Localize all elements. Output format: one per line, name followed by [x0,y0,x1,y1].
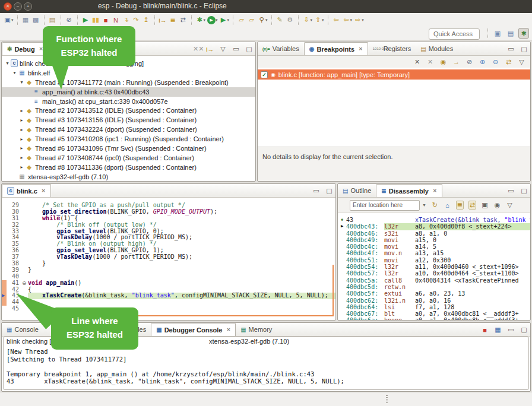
expander-icon[interactable]: ▸ [18,118,25,123]
tab-disassembly[interactable]: ≣Disassembly✕ [376,184,442,197]
use-step-filters-icon[interactable]: ≣ [168,15,178,25]
skip-all-icon[interactable]: ⊘ [466,58,473,66]
expander-icon[interactable]: ▾ [18,80,25,85]
expander-icon[interactable]: ▸ [18,127,25,132]
instruction-stepping-icon[interactable]: i→ [158,15,168,25]
home-icon[interactable]: ⌂ [444,202,451,209]
tab-debugger-console[interactable]: ▦Debugger Console✕ [151,323,236,336]
view-menu-icon[interactable]: ▽ [219,45,227,53]
window-maximize-button[interactable]: + [24,2,32,11]
expand-all-icon[interactable]: ⊕ [479,58,486,66]
sync-active-context-icon[interactable]: ⇄ [468,201,476,210]
view-menu-icon[interactable]: ▽ [518,58,525,66]
terminate-icon[interactable]: ■ [101,15,111,25]
step-over-icon[interactable]: ↷ [131,15,141,25]
breakpoint-row[interactable]: ✓◉blink.c [function: app_main] [type: Te… [258,69,530,80]
forward-menu-icon[interactable]: ▾ [362,18,364,23]
tab-outline[interactable]: ▤Outline [338,184,376,197]
quick-access-input[interactable]: Quick Access [429,28,480,40]
open-new-view-icon[interactable]: ▣ [481,201,489,209]
goto-file-icon[interactable]: → [452,58,460,65]
location-dropdown-icon[interactable]: ▼ [422,203,426,207]
suspend-icon[interactable]: ▮▮ [91,15,101,25]
debug-tree-row[interactable]: ≡main_task() at cpu_start.c:339 0x400d05… [2,97,255,106]
step-return-icon[interactable]: ↥ [141,15,151,25]
sash-grip[interactable] [386,395,388,403]
debug-tree-row[interactable]: ▸◆Thread #7 1073408744 (ipc0) (Suspended… [2,153,255,163]
minimize-icon[interactable]: ▭ [507,326,515,334]
tab-breakpoints[interactable]: ◉Breakpoints✕ [304,42,368,55]
show-breakpoints-for-icon[interactable]: ◉ [439,58,447,66]
maximize-icon[interactable]: ▢ [245,45,253,53]
toggle-mark-occurrences-icon[interactable]: ✎ [275,15,285,25]
skip-all-breakpoints-icon[interactable]: ⊘ [64,15,74,25]
next-annotation-menu-icon[interactable]: ▾ [311,18,313,23]
run-icon[interactable]: ▶ [207,16,216,24]
maximize-icon[interactable]: ▢ [325,187,333,195]
cpp-perspective-icon[interactable]: ▤ [505,28,516,39]
expander-icon[interactable]: ▸ [18,137,25,142]
open-perspective-icon[interactable]: ▣ [492,28,503,39]
window-minimize-button[interactable]: − [14,2,22,11]
debug-tree-row[interactable]: ▾▦blink.elf [2,68,255,78]
link-with-debug-icon[interactable]: ⇄ [505,58,512,66]
terminate-icon[interactable]: ■ [481,326,489,334]
show-source-icon[interactable]: ≣ [456,201,464,210]
external-tools-menu-icon[interactable]: ▾ [227,18,230,23]
view-menu-icon[interactable]: ▽ [506,201,514,209]
debug-tree-row[interactable]: ▸◆Thread #6 1073431096 (Tmr Svc) (Suspen… [2,144,255,153]
tab-close-icon[interactable]: ✕ [359,46,363,52]
tab-memory[interactable]: ▦Memory [236,323,277,336]
display-selected-console-icon[interactable]: ▦ [494,326,502,334]
drop-to-frame-icon[interactable]: ⇄ [178,15,188,25]
instruction-stepping-mode-icon[interactable]: i→ [206,46,214,53]
run-menu-icon[interactable]: ▾ [216,18,218,23]
collapse-all-icon[interactable]: ⊖ [492,58,499,66]
minimize-icon[interactable]: ▭ [312,187,320,195]
step-into-icon[interactable]: ↴ [121,15,131,25]
save-icon[interactable]: ▦ [21,15,31,25]
expander-icon[interactable]: ▸ [18,145,25,151]
debug-tree-row[interactable]: ▸◆Thread #8 1073411336 (dport) (Suspende… [2,163,255,172]
remove-selected-icon[interactable]: ✕ [413,58,421,66]
breakpoint-checkbox[interactable]: ✓ [261,71,268,78]
search-menu-icon[interactable]: ▾ [265,18,268,23]
pin-icon[interactable]: ◉ [493,201,501,209]
debug-tree-row[interactable]: ▸◆Thread #4 1073432224 (dport) (Suspende… [2,125,255,134]
debug-tree-row[interactable]: ▸◆Thread #3 1073413156 (IDLE) (Suspended… [2,115,255,125]
tab-variables[interactable]: (x)=Variables [258,42,304,55]
tab-registers[interactable]: 1010 0101Registers [368,42,416,55]
tab-blink-c[interactable]: cblink.c✕ [2,184,51,197]
tab-debug[interactable]: ✱Debug✕ [2,42,48,55]
refresh-views-icon[interactable]: ⚙ [285,15,295,25]
debug-tree-row[interactable]: ▦xtensa-esp32-elf-gdb (7.10) [2,172,255,182]
minimize-icon[interactable]: ▭ [507,187,515,195]
maximize-icon[interactable]: ▢ [520,187,528,195]
open-element-icon[interactable]: ▱ [236,15,246,25]
remove-all-icon[interactable]: ✕ [426,58,434,66]
tab-console[interactable]: ▦Console [2,323,43,336]
maximize-icon[interactable]: ▢ [520,326,528,334]
tab-close-icon[interactable]: ✕ [433,188,437,194]
expander-icon[interactable]: ▾ [11,70,18,75]
back-menu-icon[interactable]: ▾ [350,18,353,23]
resume-icon[interactable]: ▶ [81,15,91,25]
maximize-icon[interactable]: ▢ [520,45,528,53]
debug-tree-row[interactable]: ▾◆Thread #1 1073411772 (main : Running) … [2,78,255,87]
expander-icon[interactable]: ▸ [18,164,25,170]
disconnect-icon[interactable]: N [111,15,121,25]
build-icon[interactable]: ▤ [48,15,58,25]
new-wizard-menu-icon[interactable]: ▾ [11,18,14,23]
remove-all-terminated-icon[interactable]: ✕✕ [193,45,201,53]
editor-view[interactable]: cblink.c✕▭▢ 29 /* Set the GPIO as a push… [1,183,336,321]
tab-modules[interactable]: ▤Modules [416,42,458,55]
debug-menu-icon[interactable]: ▾ [204,18,206,23]
save-all-icon[interactable]: ▩ [31,15,41,25]
code-area[interactable]: 29 /* Set the GPIO as a push/pull output… [2,198,335,312]
tab-close-icon[interactable]: ✕ [226,327,230,332]
last-edit-location-icon[interactable]: ⇦ [331,15,341,25]
minimize-icon[interactable]: ▭ [232,45,240,53]
debug-perspective-icon[interactable]: ✱ [518,28,529,39]
minimize-icon[interactable]: ▭ [507,45,515,53]
expander-icon[interactable]: ▸ [18,108,25,113]
